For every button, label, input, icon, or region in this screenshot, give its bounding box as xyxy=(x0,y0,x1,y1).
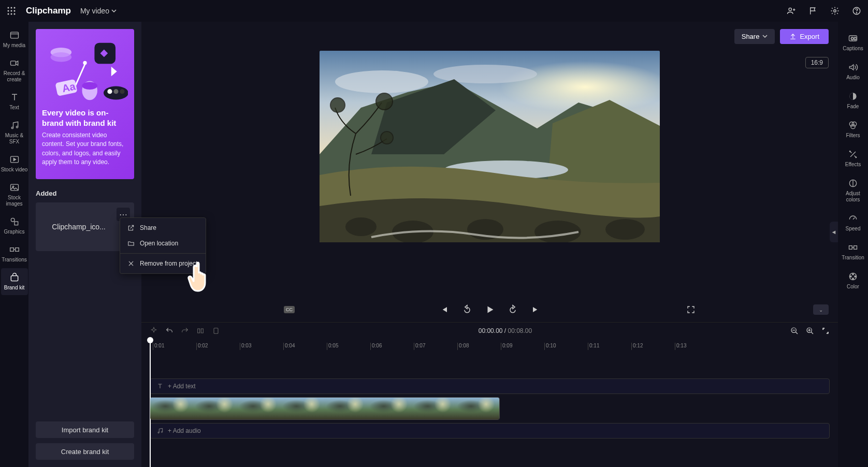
svg-rect-24 xyxy=(15,222,18,225)
rail-brand-kit[interactable]: Brand kit xyxy=(1,268,28,295)
svg-point-0 xyxy=(8,7,9,9)
ctx-label: Open location xyxy=(140,240,178,247)
rr-label: Adjust colors xyxy=(846,191,860,202)
timeline-ruler[interactable]: 0:01 0:02 0:03 0:04 0:05 0:06 0:07 0:08 … xyxy=(141,339,838,354)
svg-line-74 xyxy=(853,217,855,219)
svg-point-19 xyxy=(16,126,18,128)
svg-point-3 xyxy=(8,10,9,12)
settings-icon[interactable] xyxy=(830,6,840,16)
video-clip[interactable] xyxy=(150,397,500,420)
rr-captions[interactable]: CCCaptions xyxy=(839,29,867,56)
video-preview[interactable] xyxy=(320,51,660,242)
captions-toggle[interactable]: CC xyxy=(284,306,295,313)
magic-icon[interactable] xyxy=(150,327,158,335)
text-icon xyxy=(156,383,164,390)
ctx-open-location[interactable]: Open location xyxy=(120,236,206,251)
undo-icon[interactable] xyxy=(165,327,173,335)
zoom-out-icon[interactable] xyxy=(790,327,799,335)
svg-point-80 xyxy=(852,278,854,280)
rail-record[interactable]: Record & create xyxy=(1,54,28,87)
ruler-mark: 0:03 xyxy=(240,343,283,350)
rail-label: Brand kit xyxy=(4,285,24,290)
svg-point-38 xyxy=(113,89,118,94)
svg-point-42 xyxy=(335,70,428,93)
skip-end-icon[interactable] xyxy=(530,304,541,315)
svg-point-69 xyxy=(852,122,856,126)
invite-icon[interactable] xyxy=(786,6,797,16)
svg-point-39 xyxy=(120,89,124,94)
timecode: 00:00.00 / 00:08.00 xyxy=(479,327,532,334)
music-icon xyxy=(156,427,164,434)
svg-point-9 xyxy=(789,8,791,10)
rail-label: Transitions xyxy=(2,257,27,262)
rr-label: Transition xyxy=(842,255,864,260)
create-brand-kit-button[interactable]: Create brand kit xyxy=(36,443,134,460)
rail-label: Graphics xyxy=(4,229,24,235)
svg-rect-54 xyxy=(201,329,203,333)
svg-point-78 xyxy=(852,274,854,275)
right-rail-collapse-button[interactable]: ◄ xyxy=(830,222,838,242)
ruler-mark: 0:10 xyxy=(544,343,588,350)
video-track[interactable] xyxy=(150,397,830,420)
svg-rect-15 xyxy=(10,32,18,38)
text-track[interactable]: + Add text xyxy=(150,378,830,394)
rail-music[interactable]: Music & SFX xyxy=(1,116,28,149)
rr-speed[interactable]: Speed xyxy=(839,209,867,236)
playback-controls: CC xyxy=(141,297,838,322)
import-brand-kit-button[interactable]: Import brand kit xyxy=(36,421,134,438)
app-launcher-icon[interactable] xyxy=(6,6,17,16)
svg-line-58 xyxy=(795,332,798,334)
split-icon[interactable] xyxy=(196,327,205,335)
svg-point-63 xyxy=(158,432,159,433)
share-button[interactable]: Share xyxy=(734,29,775,44)
rail-label: Text xyxy=(9,105,19,110)
svg-point-12 xyxy=(834,10,836,12)
forward-icon[interactable] xyxy=(507,304,518,315)
rr-adjust-colors[interactable]: Adjust colors xyxy=(839,174,867,207)
rr-fade[interactable]: Fade xyxy=(839,87,867,114)
export-button[interactable]: Export xyxy=(780,29,829,44)
aspect-ratio-button[interactable]: 16:9 xyxy=(805,57,829,68)
rail-label: Music & SFX xyxy=(5,133,24,144)
ctx-label: Share xyxy=(140,224,156,231)
rail-text[interactable]: Text xyxy=(1,88,28,115)
audio-track[interactable]: + Add audio xyxy=(150,423,830,439)
svg-rect-75 xyxy=(849,246,852,250)
rail-transitions[interactable]: Transitions xyxy=(1,240,28,267)
rail-stock-images[interactable]: Stock images xyxy=(1,178,28,211)
ctx-share[interactable]: Share xyxy=(120,220,206,236)
rr-color[interactable]: Color xyxy=(839,267,867,294)
svg-point-48 xyxy=(534,221,581,242)
svg-point-49 xyxy=(605,219,645,240)
crop-icon[interactable] xyxy=(212,327,220,335)
redo-icon[interactable] xyxy=(181,327,189,335)
ruler-mark: 0:09 xyxy=(501,343,544,350)
stage: Share Export 16:9 xyxy=(141,22,838,467)
rr-label: Color xyxy=(847,284,859,289)
share-icon xyxy=(127,224,135,231)
help-icon[interactable] xyxy=(851,6,862,16)
skip-start-icon[interactable] xyxy=(439,304,450,315)
project-name-dropdown[interactable]: My video xyxy=(80,7,117,15)
rr-effects[interactable]: Effects xyxy=(839,145,867,172)
rr-filters[interactable]: Filters xyxy=(839,116,867,143)
rail-stock-video[interactable]: Stock video xyxy=(1,150,28,177)
rr-audio[interactable]: Audio xyxy=(839,58,867,85)
ruler-mark: 0:08 xyxy=(457,343,501,350)
rr-label: Speed xyxy=(846,226,861,231)
rr-transition[interactable]: Transition xyxy=(839,238,867,265)
svg-point-51 xyxy=(376,93,393,110)
rail-label: Record & create xyxy=(4,70,25,82)
chevron-down-icon xyxy=(762,34,768,39)
rail-my-media[interactable]: My media xyxy=(1,26,28,53)
zoom-in-icon[interactable] xyxy=(806,327,814,335)
play-icon[interactable] xyxy=(484,304,496,315)
close-icon xyxy=(127,260,135,267)
timeline-collapse-button[interactable]: ⌄ xyxy=(813,304,829,315)
flag-icon[interactable] xyxy=(808,6,818,16)
rewind-icon[interactable] xyxy=(461,304,473,315)
fullscreen-icon[interactable] xyxy=(686,305,696,314)
rail-graphics[interactable]: Graphics xyxy=(1,212,28,239)
svg-point-4 xyxy=(11,10,12,12)
fit-icon[interactable] xyxy=(821,327,830,335)
